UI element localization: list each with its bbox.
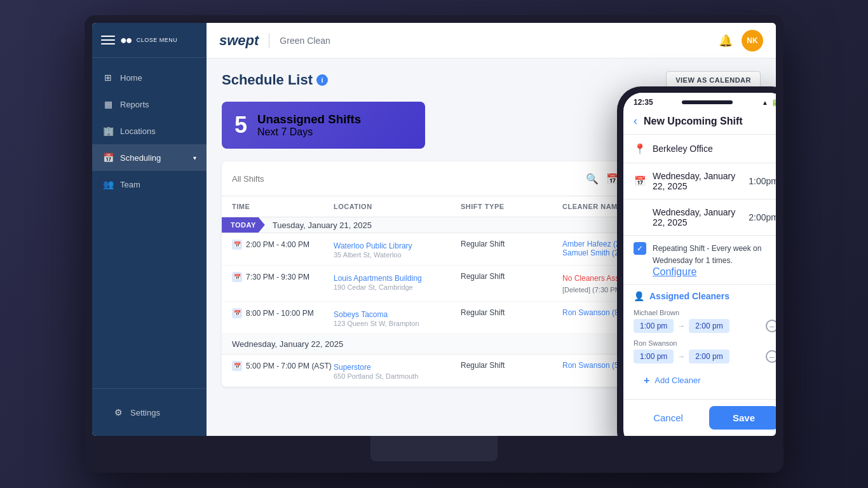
location-addr-3: 123 Queen St W, Brampton [334,320,461,327]
shift-location-2: Louis Apartments Building 190 Cedar St, … [334,272,461,291]
bell-icon[interactable]: 🔔 [719,34,733,48]
sidebar-item-home-label: Home [120,73,142,83]
today-badge: TODAY [222,217,265,233]
cleaner-2-start-time[interactable]: 1:00 pm [634,349,674,363]
unassigned-banner[interactable]: 5 Unassigned Shifts Next 7 Days [222,102,425,149]
shift-time-2: 📅 7:30 PM - 9:30 PM [232,272,334,282]
col-shift-type: Shift Type [461,203,562,210]
col-location: Location [334,203,461,210]
cleaner-2-name: Ron Swanson [634,339,776,347]
team-icon: 👥 [102,179,114,190]
app-header: swept Green Clean 🔔 NK [207,23,776,58]
date-time-field-1: 📅 Wednesday, January 22, 2025 1:00pm [623,163,776,200]
shift-location-1: Waterloo Public Library 35 Albert St, Wa… [334,240,461,259]
location-field: 📍 Berkeley Office [623,135,776,163]
assigned-cleaners-title: Assigned Cleaners [649,291,729,301]
sidebar-bottom: ⚙ Settings [92,388,207,436]
add-cleaner-row[interactable]: + Add Cleaner [634,370,776,391]
home-icon: ⊞ [102,72,114,83]
user-avatar[interactable]: NK [742,30,763,51]
phone-notch [682,100,733,104]
location-link-1[interactable]: Waterloo Public Library [334,241,412,250]
close-menu-text: CLOSE MENU [137,37,178,43]
cal-icon-1: 📅 [232,240,242,250]
cleaner-entry-1: Michael Brown 1:00 pm → 2:00 pm – [634,309,776,333]
location-addr-1: 35 Albert St, Waterloo [334,251,461,259]
time-separator-2: → [677,352,685,361]
monitor-screen: ●● CLOSE MENU ⊞ Home ▦ Reports 🏢 Locatio… [92,23,776,436]
time-value-2[interactable]: 2:00pm [749,212,776,222]
section-title-row: 👤 Assigned Cleaners [634,291,776,301]
repeating-text-content: Repeating Shift - Every week on Wednesda… [653,244,761,265]
phone-mockup: 12:35 ▲ 🔋 ‹ New Upcoming Shift [617,86,776,436]
location-link-3[interactable]: Sobeys Tacoma [334,310,388,319]
monitor: ●● CLOSE MENU ⊞ Home ▦ Reports 🏢 Locatio… [85,15,783,473]
people-icon: 👤 [634,291,644,301]
scheduling-icon: 📅 [102,152,114,163]
cal-icon-2: 📅 [232,272,242,282]
sidebar: ●● CLOSE MENU ⊞ Home ▦ Reports 🏢 Locatio… [92,23,207,436]
phone-status-icons: ▲ 🔋 [762,99,776,106]
date-value-1[interactable]: Wednesday, January 22, 2025 [653,171,742,191]
location-addr-2: 190 Cedar St, Cambridge [334,283,461,291]
phone-title: New Upcoming Shift [644,116,743,127]
cleaner-1-end-time[interactable]: 2:00 pm [689,319,729,333]
time-separator-1: → [677,322,685,330]
shift-location-3: Sobeys Tacoma 123 Queen St W, Brampton [334,308,461,327]
calendar-icon-2 [634,211,646,224]
save-button[interactable]: Save [709,406,776,430]
sidebar-item-settings[interactable]: ⚙ Settings [102,399,196,426]
remove-cleaner-2-button[interactable]: – [766,350,776,363]
shift-time-3: 📅 8:00 PM - 10:00 PM [232,308,334,318]
add-cleaner-text: Add Cleaner [654,376,700,385]
sidebar-item-reports[interactable]: ▦ Reports [92,91,207,118]
phone-status-bar: 12:35 ▲ 🔋 [623,93,776,109]
location-link-4[interactable]: Superstore [334,363,371,372]
shift-time-1: 📅 2:00 PM - 4:00 PM [232,240,334,250]
location-addr-4: 650 Portland St, Dartmouth [334,372,461,380]
calendar-icon-1: 📅 [634,175,646,187]
cleaner-1-times: 1:00 pm → 2:00 pm – [634,319,776,333]
page-title-text: Schedule List [222,72,313,88]
remove-cleaner-1-button[interactable]: – [766,320,776,332]
cleaner-2-end-time[interactable]: 2:00 pm [689,349,729,363]
search-icon[interactable]: 🔍 [586,173,599,185]
sidebar-item-locations[interactable]: 🏢 Locations [92,118,207,144]
search-input[interactable] [232,174,580,184]
sidebar-item-settings-label: Settings [130,408,160,417]
shift-type-3: Regular Shift [461,308,562,317]
monitor-stand [370,436,498,461]
back-button[interactable]: ‹ [634,114,637,128]
date-time-field-2: Wednesday, January 22, 2025 2:00pm [623,200,776,236]
header-actions: 🔔 NK [719,30,763,51]
company-name: Green Clean [280,36,330,46]
location-value[interactable]: Berkeley Office [653,144,713,154]
scheduling-arrow: ▾ [193,154,196,161]
sidebar-item-scheduling-label: Scheduling [120,153,161,163]
phone-screen: 12:35 ▲ 🔋 ‹ New Upcoming Shift [623,93,776,436]
cleaner-entry-2: Ron Swanson 1:00 pm → 2:00 pm – [634,339,776,363]
col-time: Time [232,203,334,210]
cal-icon-3: 📅 [232,308,242,318]
location-link-2[interactable]: Louis Apartments Building [334,274,422,283]
info-badge[interactable]: i [316,74,328,86]
cal-icon-4: 📅 [232,361,242,371]
battery-icon: 🔋 [771,99,776,106]
repeating-info: ✓ Repeating Shift - Every week on Wednes… [623,236,776,285]
cleaner-1-start-time[interactable]: 1:00 pm [634,319,674,333]
unassigned-count: 5 [234,112,247,139]
hamburger-icon[interactable] [101,33,115,47]
configure-link[interactable]: Configure [653,266,696,277]
sidebar-item-locations-label: Locations [120,126,156,136]
time-value-1[interactable]: 1:00pm [749,176,776,186]
date-value-2[interactable]: Wednesday, January 22, 2025 [653,207,742,227]
page-title: Schedule List i [222,72,328,88]
reports-icon: ▦ [102,98,114,110]
sidebar-item-scheduling[interactable]: 📅 Scheduling ▾ [92,144,207,171]
shift-type-4: Regular Shift [461,361,562,370]
phone-body: 📍 Berkeley Office 📅 Wednesday, January 2… [623,135,776,399]
sidebar-item-home[interactable]: ⊞ Home [92,64,207,91]
dots-icon: ●● [120,34,132,47]
cancel-button[interactable]: Cancel [634,406,703,430]
sidebar-item-team[interactable]: 👥 Team [92,171,207,198]
